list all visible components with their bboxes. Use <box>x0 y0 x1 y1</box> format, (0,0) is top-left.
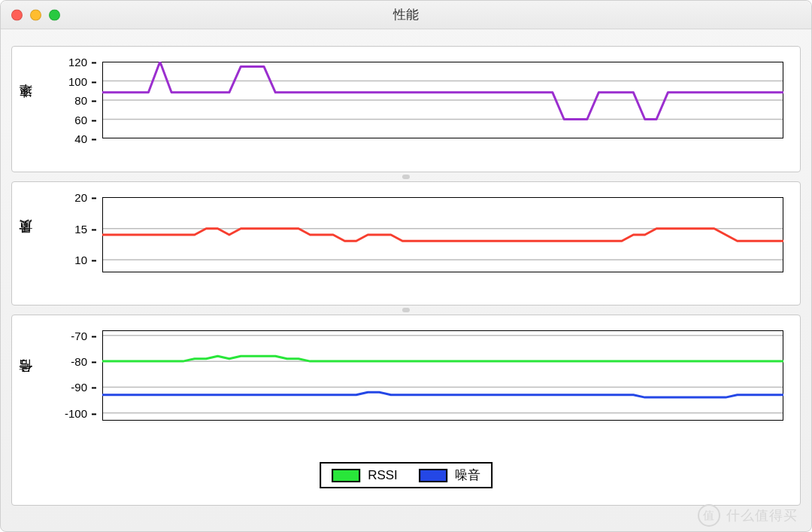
window-title: 性能 <box>1 6 811 23</box>
grip-icon <box>402 175 410 179</box>
split-handle[interactable] <box>11 306 801 315</box>
legend-swatch-rssi <box>332 469 360 482</box>
legend-swatch-noise <box>419 469 447 482</box>
ytick: -100 <box>65 406 96 419</box>
legend-item-noise: 噪音 <box>419 467 480 484</box>
legend-label-rssi: RSSI <box>368 468 398 483</box>
ytick: 10 <box>74 254 96 266</box>
legend-label-noise: 噪音 <box>455 467 480 484</box>
ytick: 120 <box>68 56 96 68</box>
legend-item-rssi: RSSI <box>332 468 398 483</box>
ytick: 100 <box>68 74 96 87</box>
panel-rate: 速率 406080100120 <box>11 46 801 172</box>
ytick: 15 <box>74 222 96 235</box>
window: 性能 速率 406080100120 质量 101520 信号 -100-90-… <box>0 0 812 532</box>
ytick: 80 <box>74 94 96 107</box>
plot-quality <box>102 197 783 272</box>
content: 速率 406080100120 质量 101520 信号 -100-90-80-… <box>11 46 801 521</box>
legend: RSSI 噪音 <box>320 462 492 488</box>
ytick: 20 <box>74 191 96 204</box>
split-handle[interactable] <box>11 172 801 181</box>
titlebar[interactable]: 性能 <box>1 1 811 29</box>
ytick: 60 <box>74 113 96 126</box>
plot-signal <box>102 330 783 421</box>
ytick: -70 <box>71 329 96 342</box>
plot-rate <box>102 62 783 138</box>
grip-icon <box>402 308 410 312</box>
panel-quality: 质量 101520 <box>11 181 801 306</box>
yticks-quality: 101520 <box>59 197 96 272</box>
yticks-rate: 406080100120 <box>59 62 96 138</box>
ytick: 40 <box>74 132 96 145</box>
yticks-signal: -100-90-80-70 <box>59 330 96 421</box>
ytick: -80 <box>71 355 96 368</box>
panel-signal: 信号 -100-90-80-70 RSSI 噪音 <box>11 315 801 506</box>
ytick: -90 <box>71 381 96 394</box>
